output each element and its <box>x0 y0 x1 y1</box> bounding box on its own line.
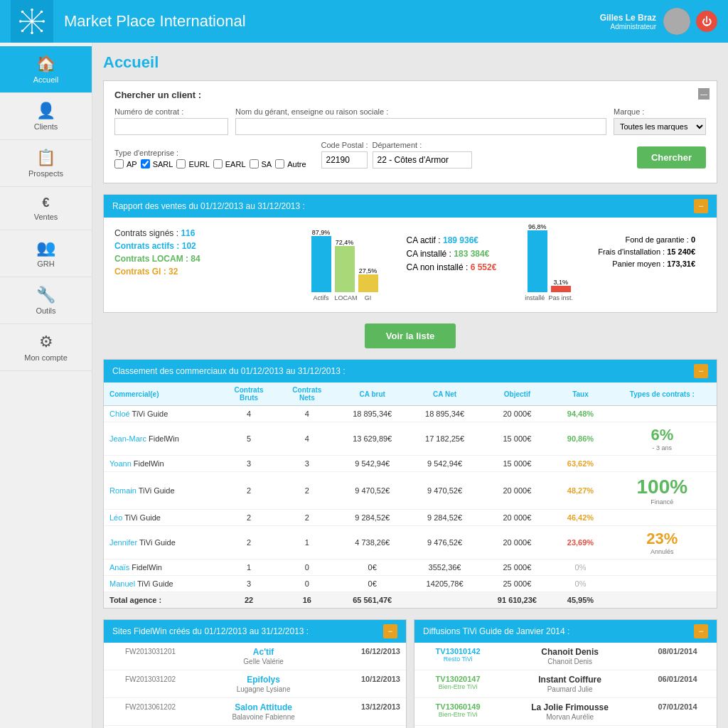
th-ca-net: CA Net <box>409 382 481 406</box>
report-title: Rapport des ventes du 01/12/2013 au 31/1… <box>112 201 305 211</box>
brand-field-group: Marque : Toutes les marques <box>614 107 706 135</box>
commercial-link-2[interactable]: Jean-Marc <box>109 434 146 443</box>
bar-locam-label: LOCAM <box>335 294 355 301</box>
site-name-link-3[interactable]: Salon Attitude <box>203 702 324 712</box>
sidebar-label-accueil: Accueil <box>33 75 58 84</box>
site-details-1: Ac'tif Gelle Valérie <box>197 643 330 670</box>
commercial-link-5[interactable]: Léo <box>109 513 122 522</box>
fond-garantie-stat: Fond de garantie : 0 <box>598 235 695 244</box>
sidebar-item-outils[interactable]: 🔧 Outils <box>0 277 92 324</box>
td-cabrut-8: 0€ <box>336 576 409 592</box>
bar-gi-pct: 27,5% <box>359 267 378 274</box>
site-date-4: 18/12/2013 <box>330 726 406 729</box>
power-button[interactable]: ⏻ <box>696 11 717 32</box>
search-minimize-button[interactable]: — <box>698 88 710 100</box>
site-name-link-2[interactable]: Epifolys <box>203 675 324 685</box>
manager-input[interactable] <box>235 118 606 135</box>
bottom-panels: Sites FidelWin créés du 01/12/2013 au 31… <box>103 619 717 728</box>
td-commercial-2: Jean-Marc FidelWin <box>104 422 220 456</box>
contract-pct-2: 6% <box>651 426 673 444</box>
sidebar-item-prospects[interactable]: 📋 Prospects <box>0 140 92 187</box>
bar-locam-pct: 72,4% <box>336 239 354 246</box>
table-row: Jennifer TiVi Guide 2 1 4 738,26€ 9 476,… <box>104 526 717 560</box>
td-type-8 <box>608 576 717 592</box>
checkbox-sa-input[interactable] <box>250 159 259 168</box>
contracts-gi-label: Contrats GI : <box>114 267 166 277</box>
checkbox-autre[interactable]: Autre <box>275 159 306 168</box>
commercial-link-6[interactable]: Jennifer <box>109 538 137 547</box>
td-taux-5: 46,42% <box>553 510 607 526</box>
sidebar-item-mon-compte[interactable]: ⚙ Mon compte <box>0 324 92 371</box>
th-contrats-bruts: ContratsBruts <box>220 382 278 406</box>
page-title: Accueil <box>103 53 717 72</box>
commercial-link-3[interactable]: Yoann <box>109 459 132 468</box>
brand-select[interactable]: Toutes les marques <box>614 118 706 135</box>
classement-table: Commercial(e) ContratsBruts ContratsNets… <box>104 382 717 608</box>
sidebar-item-ventes[interactable]: € Ventes <box>0 187 92 230</box>
td-nets-6: 1 <box>278 526 336 560</box>
contract-input[interactable] <box>114 118 228 135</box>
td-total-type <box>608 592 717 609</box>
checkbox-sarl[interactable]: SARL <box>141 159 173 168</box>
postal-code-group: Code Postal : <box>321 141 368 168</box>
td-cabrut-4: 9 470,52€ <box>336 472 409 510</box>
checkbox-ap-input[interactable] <box>114 159 124 168</box>
checkbox-autre-input[interactable] <box>275 159 284 168</box>
table-row: Manuel TiVi Guide 3 0 0€ 14205,78€ 25 00… <box>104 576 717 592</box>
checkbox-ap[interactable]: AP <box>114 159 137 168</box>
checkbox-eurl-input[interactable] <box>176 159 186 168</box>
td-total-label: Total agence : <box>104 592 220 609</box>
fond-garantie-value: 0 <box>691 235 695 244</box>
postal-code-input[interactable] <box>321 151 368 168</box>
site-name-link-1[interactable]: Ac'tif <box>203 647 324 657</box>
td-cabrut-1: 18 895,34€ <box>336 406 409 422</box>
sites-minimize-button[interactable]: − <box>383 624 397 638</box>
td-total-obj: 91 610,23€ <box>481 592 553 609</box>
sidebar-item-grh[interactable]: 👥 GRH <box>0 230 92 277</box>
contracts-locam-label: Contrats LOCAM : <box>114 254 188 264</box>
search-button[interactable]: Chercher <box>637 146 706 168</box>
bar-actifs-group: 87,9% <box>311 229 331 292</box>
checkbox-sarl-input[interactable] <box>141 159 150 168</box>
commercial-link-4[interactable]: Romain <box>109 486 136 495</box>
diffusions-title: Diffusions TiVi Guide de Janvier 2014 : <box>423 626 569 636</box>
sites-title: Sites FidelWin créés du 01/12/2013 au 31… <box>112 626 309 636</box>
sidebar-item-accueil[interactable]: 🏠 Accueil <box>0 46 92 93</box>
td-type-4: 100% Financé <box>608 472 717 510</box>
dept-input[interactable] <box>373 151 472 168</box>
diffusions-minimize-button[interactable]: − <box>694 624 708 638</box>
report-minimize-button[interactable]: − <box>694 199 708 213</box>
checkbox-earl-input[interactable] <box>213 159 223 168</box>
chart-1-area: 87,9% 72,4% 27,5% Actifs <box>311 228 378 301</box>
checkbox-earl[interactable]: EARL <box>213 159 246 168</box>
site-details-4: Idée Coiffure Balavoine Fabienne <box>197 726 330 729</box>
contract-label-4: Financé <box>614 498 711 505</box>
sidebar-item-clients[interactable]: 👤 Clients <box>0 93 92 140</box>
diff-date-2: 06/01/2014 <box>638 670 717 698</box>
svg-point-6 <box>31 31 33 34</box>
ca-installe-label: CA installé : <box>407 249 451 259</box>
voir-liste-button[interactable]: Voir la liste <box>365 323 456 348</box>
contracts-actifs-value: 102 <box>182 241 196 251</box>
contracts-gi-stat: Contrats GI : 32 <box>114 267 297 277</box>
svg-point-11 <box>41 11 43 14</box>
commercial-link-8[interactable]: Manuel <box>109 579 135 588</box>
search-form-row2: Type d'entreprise : AP SARL EURL EARL SA… <box>114 141 706 168</box>
commercial-link-7[interactable]: Anaïs <box>109 563 129 572</box>
classement-minimize-button[interactable]: − <box>694 364 708 378</box>
td-bruts-8: 3 <box>220 576 278 592</box>
chart-2-bars: 96,8% 3,1% <box>528 228 571 292</box>
checkbox-sa[interactable]: SA <box>250 159 272 168</box>
checkbox-eurl[interactable]: EURL <box>176 159 209 168</box>
main-content: Accueil Chercher un client : — Numéro de… <box>92 43 728 728</box>
td-cabrut-2: 13 629,89€ <box>336 422 409 456</box>
panier-moyen-value: 173,31€ <box>667 259 695 268</box>
commercial-link-1[interactable]: Chloé <box>109 410 130 418</box>
classement-table-area: Commercial(e) ContratsBruts ContratsNets… <box>104 382 717 608</box>
th-objectif: Objectif <box>481 382 553 406</box>
diff-date-4: 03/01/2014 <box>638 726 717 729</box>
th-ca-brut: CA brut <box>336 382 409 406</box>
bar-installe <box>528 230 547 292</box>
svg-point-12 <box>21 30 24 33</box>
diff-date-3: 07/01/2014 <box>638 698 717 726</box>
